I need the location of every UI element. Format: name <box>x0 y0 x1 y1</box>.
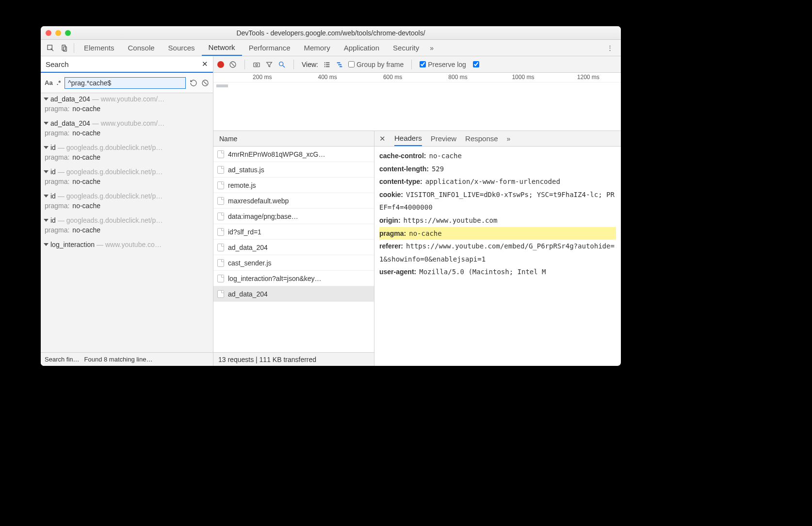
kebab-menu-icon[interactable]: ⋮ <box>602 44 618 51</box>
regex-toggle[interactable]: .* <box>57 79 61 86</box>
tab-application[interactable]: Application <box>337 40 386 56</box>
file-icon <box>217 275 224 282</box>
chevron-down-icon <box>44 243 49 246</box>
tab-elements[interactable]: Elements <box>77 40 121 56</box>
preserve-checkbox-input[interactable] <box>420 61 426 67</box>
search-result-file: id <box>50 144 56 151</box>
view-waterfall-icon[interactable] <box>336 61 343 68</box>
device-toggle-icon[interactable] <box>57 44 71 52</box>
search-result-key: pragma: <box>45 178 69 185</box>
timeline-activity-bar <box>216 84 228 87</box>
search-result-item[interactable]: id — googleads.g.doubleclick.net/p…pragm… <box>41 142 213 166</box>
divider <box>74 43 74 53</box>
search-result-value: no-cache <box>72 226 100 234</box>
search-result-item[interactable]: ad_data_204 — www.youtube.com/…pragma:no… <box>41 117 213 142</box>
header-value: application/x-www-form-urlencoded <box>425 178 560 185</box>
search-result-item[interactable]: ad_data_204 — www.youtube.com/…pragma:no… <box>41 93 213 117</box>
header-value: VISITOR_INFO1_LIVE=dDk0-xTswPs; YSC=t9Fh… <box>379 191 615 212</box>
svg-rect-1 <box>62 45 65 50</box>
view-list-icon[interactable] <box>323 61 331 68</box>
search-result-file: log_interaction <box>50 241 95 248</box>
search-result-item[interactable]: id — googleads.g.doubleclick.net/p…pragm… <box>41 190 213 214</box>
tab-sources[interactable]: Sources <box>162 40 202 56</box>
request-row[interactable]: remote.js <box>213 178 374 193</box>
tab-memory[interactable]: Memory <box>297 40 337 56</box>
request-name: ad_data_204 <box>228 290 268 298</box>
file-icon <box>217 166 224 174</box>
tab-security[interactable]: Security <box>386 40 426 56</box>
request-name: ad_data_204 <box>228 244 268 251</box>
window-zoom-button[interactable] <box>65 30 71 36</box>
window-close-button[interactable] <box>46 30 51 36</box>
tab-headers[interactable]: Headers <box>394 131 422 146</box>
request-name: 4mrRnEPnWo81qWPG8_xcG… <box>228 150 325 158</box>
partial-checkbox-input[interactable] <box>473 61 479 67</box>
search-footer: Search fin… Found 8 matching line… <box>41 352 213 366</box>
record-button[interactable] <box>217 61 224 68</box>
request-row[interactable]: ad_data_204 <box>213 240 374 255</box>
header-value: no-cache <box>429 152 461 160</box>
request-row[interactable]: log_interaction?alt=json&key… <box>213 271 374 286</box>
timeline-tick: 600 ms <box>383 74 402 81</box>
svg-rect-12 <box>325 66 325 67</box>
search-result-value: no-cache <box>72 105 100 113</box>
network-toolbar: View: Group by frame Preserve log <box>213 56 621 73</box>
tab-performance[interactable]: Performance <box>242 40 297 56</box>
request-row[interactable]: maxresdefault.webp <box>213 193 374 209</box>
inspect-icon[interactable] <box>44 44 57 52</box>
search-status: Search fin… <box>45 356 80 363</box>
close-details-icon[interactable]: ✕ <box>379 134 386 143</box>
search-result-value: no-cache <box>72 153 100 161</box>
tab-console[interactable]: Console <box>121 40 162 56</box>
chevron-down-icon <box>44 98 49 100</box>
disable-cache-checkbox-partial[interactable] <box>473 61 479 67</box>
chevron-down-icon <box>44 122 49 125</box>
search-result-url: — googleads.g.doubleclick.net/p… <box>58 168 162 176</box>
search-input[interactable] <box>65 77 186 89</box>
request-row[interactable]: ad_status.js <box>213 162 374 178</box>
preserve-log-checkbox[interactable]: Preserve log <box>420 61 466 68</box>
chevron-down-icon <box>44 219 49 222</box>
screenshot-icon[interactable] <box>253 61 260 68</box>
request-row[interactable]: cast_sender.js <box>213 255 374 271</box>
search-result-item[interactable]: log_interaction — www.youtube.co… <box>41 239 213 253</box>
more-details-tabs-icon[interactable]: » <box>507 135 511 143</box>
request-row[interactable]: data:image/png;base… <box>213 209 374 224</box>
request-row[interactable]: id?slf_rd=1 <box>213 224 374 240</box>
close-icon[interactable]: ✕ <box>202 60 208 68</box>
more-tabs-icon[interactable]: » <box>426 44 438 52</box>
tab-response[interactable]: Response <box>465 131 498 146</box>
request-row[interactable]: ad_data_204 <box>213 286 374 302</box>
search-result-item[interactable]: id — googleads.g.doubleclick.net/p…pragm… <box>41 214 213 239</box>
clear-icon[interactable] <box>201 79 209 87</box>
details-tabs: ✕ Headers Preview Response » <box>374 131 621 147</box>
column-header-name[interactable]: Name <box>213 131 374 147</box>
clear-log-icon[interactable] <box>229 61 237 68</box>
tab-network[interactable]: Network <box>202 40 242 56</box>
group-checkbox-input[interactable] <box>348 61 355 67</box>
match-case-toggle[interactable]: Aa <box>45 79 53 86</box>
file-icon <box>217 244 224 251</box>
search-result-key: pragma: <box>45 129 69 137</box>
search-result-value: no-cache <box>72 178 100 185</box>
header-key: origin: <box>379 216 401 224</box>
filter-icon[interactable] <box>265 61 273 68</box>
request-name: id?slf_rd=1 <box>228 228 261 236</box>
request-row[interactable]: 4mrRnEPnWo81qWPG8_xcG… <box>213 147 374 162</box>
timeline-overview[interactable]: 200 ms400 ms600 ms800 ms1000 ms1200 ms <box>213 73 621 131</box>
search-panel-title: Search <box>46 60 69 68</box>
header-row: pragma:no-cache <box>379 227 616 240</box>
refresh-icon[interactable] <box>190 79 197 87</box>
search-icon[interactable] <box>278 61 286 68</box>
search-result-item[interactable]: id — googleads.g.doubleclick.net/p…pragm… <box>41 166 213 190</box>
window-minimize-button[interactable] <box>55 30 61 36</box>
search-result-value: no-cache <box>72 129 100 137</box>
tab-preview[interactable]: Preview <box>431 131 456 146</box>
header-key: content-length: <box>379 165 429 173</box>
search-result-file: id <box>50 216 56 224</box>
svg-point-6 <box>256 64 258 66</box>
search-input-row: Aa .* <box>41 73 213 93</box>
group-by-frame-checkbox[interactable]: Group by frame <box>348 61 404 68</box>
timeline-ruler: 200 ms400 ms600 ms800 ms1000 ms1200 ms <box>213 73 621 82</box>
search-result-file: ad_data_204 <box>50 95 90 103</box>
